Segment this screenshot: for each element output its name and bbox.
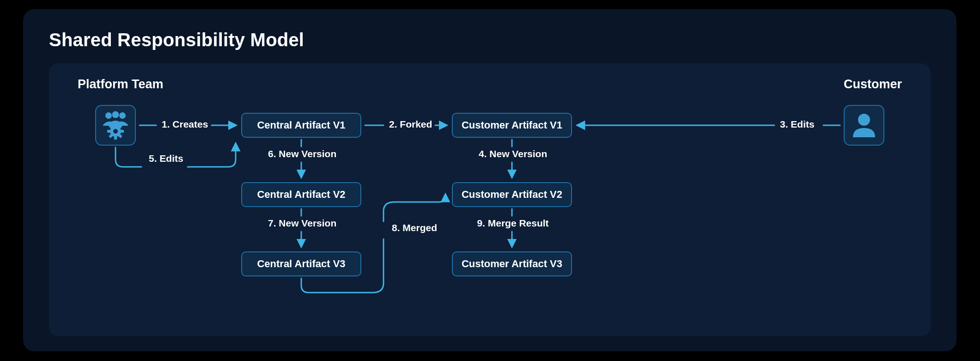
platform-team-label: Platform Team: [78, 77, 164, 92]
svg-point-2: [119, 112, 126, 119]
central-artifact-v3: Central Artifact V3: [241, 251, 361, 276]
user-icon: [844, 105, 884, 146]
svg-rect-7: [107, 130, 111, 133]
central-artifact-v2: Central Artifact V2: [241, 182, 361, 207]
svg-point-1: [112, 111, 119, 118]
svg-point-0: [105, 112, 112, 119]
team-gear-icon: [95, 105, 136, 146]
central-artifact-v1: Central Artifact V1: [241, 113, 361, 138]
edge-label-5: 5. Edits: [149, 153, 183, 164]
diagram-panel: Platform Team Customer: [49, 63, 931, 336]
edge-label-7: 7. New Version: [268, 218, 335, 229]
svg-rect-8: [120, 130, 124, 133]
customer-label: Customer: [844, 77, 902, 92]
outer-panel: Shared Responsibility Model Platform Tea…: [23, 9, 956, 351]
svg-rect-6: [114, 136, 117, 140]
edge-label-3: 3. Edits: [780, 119, 815, 130]
customer-artifact-v3: Customer Artifact V3: [452, 251, 572, 276]
edge-label-2: 2. Forked: [389, 119, 432, 130]
edge-label-6: 6. New Version: [268, 148, 335, 159]
page-title: Shared Responsibility Model: [49, 30, 931, 50]
customer-artifact-v2: Customer Artifact V2: [452, 182, 572, 207]
edge-label-9: 9. Merge Result: [476, 218, 550, 229]
edge-label-1: 1. Creates: [162, 119, 208, 130]
edge-label-8: 8. Merged: [392, 222, 437, 233]
svg-point-4: [113, 129, 118, 134]
svg-rect-5: [114, 123, 117, 127]
svg-point-13: [858, 114, 870, 126]
edge-label-4: 4. New Version: [479, 148, 545, 159]
customer-artifact-v1: Customer Artifact V1: [452, 113, 572, 138]
